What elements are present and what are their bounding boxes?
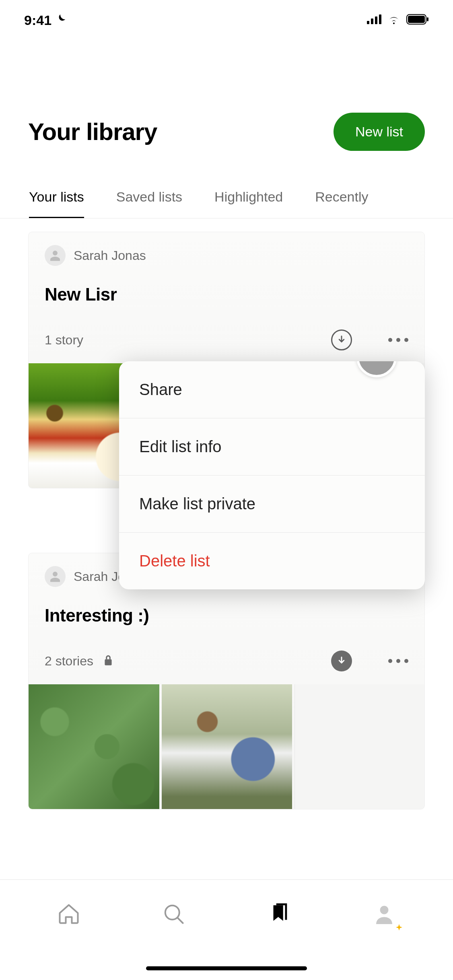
story-count: 1 story: [45, 333, 83, 348]
list-title: New Lisr: [45, 284, 408, 305]
svg-rect-6: [427, 17, 428, 21]
more-options-button[interactable]: [388, 338, 408, 342]
avatar: [45, 566, 66, 587]
nav-search[interactable]: [156, 896, 192, 932]
more-options-button[interactable]: [388, 659, 408, 663]
download-arrow-icon: [336, 334, 347, 346]
svg-rect-3: [379, 14, 381, 24]
bookmark-icon: [268, 902, 291, 926]
list-context-menu: Share Edit list info Make list private D…: [119, 361, 425, 589]
nav-library[interactable]: [261, 896, 297, 932]
page-header: Your library New list: [0, 113, 453, 151]
avatar: [45, 245, 66, 266]
thumbnail: [29, 684, 159, 809]
svg-rect-1: [371, 19, 373, 24]
svg-rect-7: [105, 659, 111, 665]
status-bar: 9:41: [0, 0, 453, 40]
download-arrow-icon: [336, 655, 347, 667]
svg-point-10: [380, 906, 389, 914]
search-icon: [162, 902, 186, 926]
wifi-icon: [387, 14, 401, 26]
list-card[interactable]: Sarah Jonas Interesting :) 2 stories: [28, 553, 425, 809]
author-name: Sarah Jonas: [74, 248, 146, 263]
menu-item-make-private[interactable]: Make list private: [119, 476, 425, 533]
moon-icon: [55, 12, 67, 28]
list-meta-row: 1 story: [45, 329, 408, 350]
nav-home[interactable]: [51, 896, 87, 932]
thumbnail: [162, 684, 292, 809]
tab-recently[interactable]: Recently: [315, 189, 368, 218]
new-list-button[interactable]: New list: [334, 113, 425, 151]
thumbnail-empty: [294, 684, 425, 809]
library-tabs: Your lists Saved lists Highlighted Recen…: [0, 189, 453, 218]
story-count: 2 stories: [45, 654, 93, 669]
status-icons: [367, 14, 429, 26]
page-title: Your library: [28, 118, 157, 146]
home-indicator: [146, 966, 307, 970]
battery-icon: [406, 14, 429, 26]
author-row: Sarah Jonas: [45, 245, 408, 266]
clock-time: 9:41: [24, 12, 51, 28]
bottom-nav: [0, 879, 453, 948]
list-meta-row: 2 stories: [45, 651, 408, 671]
list-title: Interesting :): [45, 605, 408, 626]
svg-rect-5: [408, 16, 425, 23]
tab-your-lists[interactable]: Your lists: [29, 189, 84, 218]
svg-rect-0: [367, 21, 369, 24]
download-button[interactable]: [331, 651, 352, 671]
svg-line-9: [178, 918, 183, 923]
svg-rect-2: [375, 16, 377, 24]
status-time: 9:41: [24, 12, 67, 28]
list-card-body: Sarah Jonas New Lisr 1 story: [29, 232, 424, 363]
lock-icon: [103, 654, 113, 668]
nav-profile[interactable]: [366, 896, 402, 932]
sparkle-icon: [394, 923, 404, 933]
menu-item-share[interactable]: Share: [119, 361, 425, 418]
list-thumbnails: [29, 684, 424, 809]
menu-item-edit-list-info[interactable]: Edit list info: [119, 418, 425, 476]
menu-item-delete-list[interactable]: Delete list: [119, 533, 425, 589]
download-button[interactable]: [331, 329, 352, 350]
profile-icon: [372, 902, 396, 926]
tab-highlighted[interactable]: Highlighted: [214, 189, 283, 218]
svg-point-8: [165, 905, 179, 919]
home-icon: [57, 902, 81, 926]
tab-saved-lists[interactable]: Saved lists: [116, 189, 182, 218]
cellular-signal-icon: [367, 14, 381, 26]
